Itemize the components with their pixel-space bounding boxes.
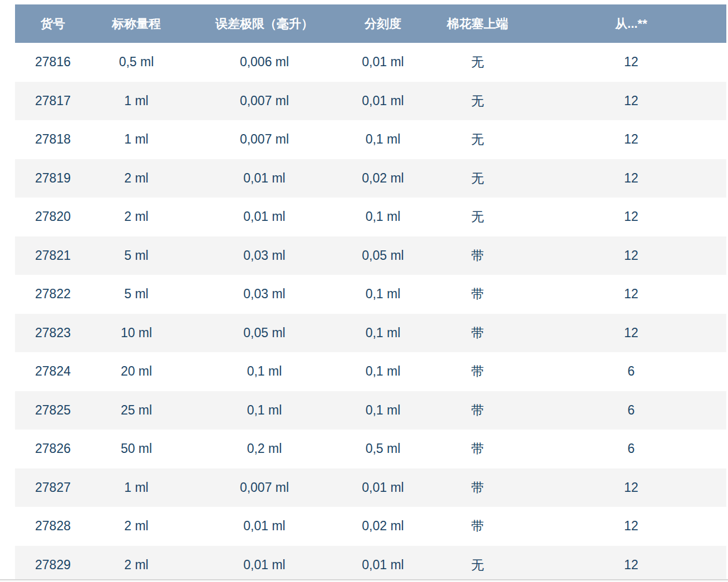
column-header-pack-qty: 从...** [536, 4, 726, 43]
cell-graduation: 0,01 ml [347, 43, 419, 82]
cell-item-number: 27816 [15, 43, 91, 82]
table-row: 27829 2 ml 0,01 ml 0,01 ml 无 12 [15, 546, 726, 580]
cell-cotton-plug-top: 带 [419, 236, 536, 275]
cell-error-limit: 0,007 ml [182, 82, 347, 121]
column-header-nominal-range: 标称量程 [91, 4, 182, 43]
cell-pack-qty: 12 [536, 43, 726, 82]
table-row: 27828 2 ml 0,01 ml 0,02 ml 带 12 [15, 507, 726, 546]
cell-cotton-plug-top: 无 [419, 159, 536, 198]
cell-error-limit: 0,05 ml [182, 314, 347, 353]
cell-nominal-range: 1 ml [91, 82, 182, 121]
cell-item-number: 27827 [15, 468, 91, 507]
column-header-item-number: 货号 [15, 4, 91, 43]
column-header-graduation: 分刻度 [347, 4, 419, 43]
cell-graduation: 0,1 ml [347, 352, 419, 391]
cell-cotton-plug-top: 无 [419, 120, 536, 159]
cell-item-number: 27826 [15, 430, 91, 468]
cell-pack-qty: 6 [536, 430, 726, 468]
cell-item-number: 27828 [15, 507, 91, 546]
cell-graduation: 0,1 ml [347, 198, 419, 236]
cell-item-number: 27823 [15, 314, 91, 353]
table-row: 27824 20 ml 0,1 ml 0,1 ml 带 6 [15, 352, 726, 391]
table-row: 27820 2 ml 0,01 ml 0,1 ml 无 12 [15, 198, 726, 236]
cell-error-limit: 0,2 ml [182, 430, 347, 468]
cell-error-limit: 0,03 ml [182, 275, 347, 314]
cell-cotton-plug-top: 带 [419, 430, 536, 468]
table-row: 27819 2 ml 0,01 ml 0,02 ml 无 12 [15, 159, 726, 198]
cell-pack-qty: 12 [536, 120, 726, 159]
cell-error-limit: 0,007 ml [182, 120, 347, 159]
cell-error-limit: 0,01 ml [182, 507, 347, 546]
table-row: 27825 25 ml 0,1 ml 0,1 ml 带 6 [15, 391, 726, 430]
cell-item-number: 27817 [15, 82, 91, 121]
cell-graduation: 0,02 ml [347, 159, 419, 198]
cell-error-limit: 0,1 ml [182, 352, 347, 391]
cell-error-limit: 0,01 ml [182, 198, 347, 236]
cell-graduation: 0,01 ml [347, 468, 419, 507]
cell-cotton-plug-top: 无 [419, 546, 536, 580]
cell-graduation: 0,1 ml [347, 391, 419, 430]
cell-pack-qty: 12 [536, 82, 726, 121]
table-row: 27822 5 ml 0,03 ml 0,1 ml 带 12 [15, 275, 726, 314]
cell-cotton-plug-top: 带 [419, 468, 536, 507]
cell-item-number: 27820 [15, 198, 91, 236]
cell-item-number: 27821 [15, 236, 91, 275]
cell-nominal-range: 2 ml [91, 546, 182, 580]
column-header-cotton-plug-top: 棉花塞上端 [419, 4, 536, 43]
cell-graduation: 0,5 ml [347, 430, 419, 468]
cell-nominal-range: 5 ml [91, 236, 182, 275]
cell-item-number: 27825 [15, 391, 91, 430]
cell-graduation: 0,1 ml [347, 120, 419, 159]
table-row: 27818 1 ml 0,007 ml 0,1 ml 无 12 [15, 120, 726, 159]
cell-cotton-plug-top: 无 [419, 198, 536, 236]
cell-pack-qty: 12 [536, 314, 726, 353]
cell-pack-qty: 6 [536, 352, 726, 391]
table-row: 27817 1 ml 0,007 ml 0,01 ml 无 12 [15, 82, 726, 121]
cell-item-number: 27824 [15, 352, 91, 391]
cell-nominal-range: 2 ml [91, 198, 182, 236]
cell-nominal-range: 10 ml [91, 314, 182, 353]
cell-pack-qty: 12 [536, 159, 726, 198]
cell-error-limit: 0,007 ml [182, 468, 347, 507]
cell-nominal-range: 1 ml [91, 120, 182, 159]
cell-pack-qty: 12 [536, 507, 726, 546]
cell-nominal-range: 25 ml [91, 391, 182, 430]
cell-nominal-range: 1 ml [91, 468, 182, 507]
cell-graduation: 0,01 ml [347, 82, 419, 121]
cell-item-number: 27818 [15, 120, 91, 159]
product-spec-table-container: 货号 标称量程 误差极限（毫升） 分刻度 棉花塞上端 从...** 27816 … [15, 4, 726, 579]
cell-nominal-range: 50 ml [91, 430, 182, 468]
column-header-error-limit: 误差极限（毫升） [182, 4, 347, 43]
cell-error-limit: 0,006 ml [182, 43, 347, 82]
cell-nominal-range: 2 ml [91, 159, 182, 198]
table-header-row: 货号 标称量程 误差极限（毫升） 分刻度 棉花塞上端 从...** [15, 4, 726, 43]
cell-error-limit: 0,01 ml [182, 546, 347, 580]
table-row: 27826 50 ml 0,2 ml 0,5 ml 带 6 [15, 430, 726, 468]
cell-error-limit: 0,1 ml [182, 391, 347, 430]
cell-error-limit: 0,01 ml [182, 159, 347, 198]
table-row: 27821 5 ml 0,03 ml 0,05 ml 带 12 [15, 236, 726, 275]
cell-cotton-plug-top: 带 [419, 391, 536, 430]
cell-graduation: 0,02 ml [347, 507, 419, 546]
cell-nominal-range: 0,5 ml [91, 43, 182, 82]
cell-pack-qty: 12 [536, 236, 726, 275]
cell-cotton-plug-top: 带 [419, 352, 536, 391]
cell-cotton-plug-top: 无 [419, 82, 536, 121]
cell-pack-qty: 12 [536, 198, 726, 236]
cell-item-number: 27829 [15, 546, 91, 580]
cell-cotton-plug-top: 带 [419, 275, 536, 314]
cell-cotton-plug-top: 无 [419, 43, 536, 82]
cell-cotton-plug-top: 带 [419, 314, 536, 353]
cell-graduation: 0,05 ml [347, 236, 419, 275]
cell-nominal-range: 20 ml [91, 352, 182, 391]
cell-graduation: 0,1 ml [347, 314, 419, 353]
cell-item-number: 27822 [15, 275, 91, 314]
cell-pack-qty: 12 [536, 468, 726, 507]
cell-pack-qty: 6 [536, 391, 726, 430]
product-spec-table: 货号 标称量程 误差极限（毫升） 分刻度 棉花塞上端 从...** 27816 … [15, 4, 726, 579]
cell-item-number: 27819 [15, 159, 91, 198]
table-body: 27816 0,5 ml 0,006 ml 0,01 ml 无 12 27817… [15, 43, 726, 579]
cell-pack-qty: 12 [536, 546, 726, 580]
cell-error-limit: 0,03 ml [182, 236, 347, 275]
table-row: 27816 0,5 ml 0,006 ml 0,01 ml 无 12 [15, 43, 726, 82]
